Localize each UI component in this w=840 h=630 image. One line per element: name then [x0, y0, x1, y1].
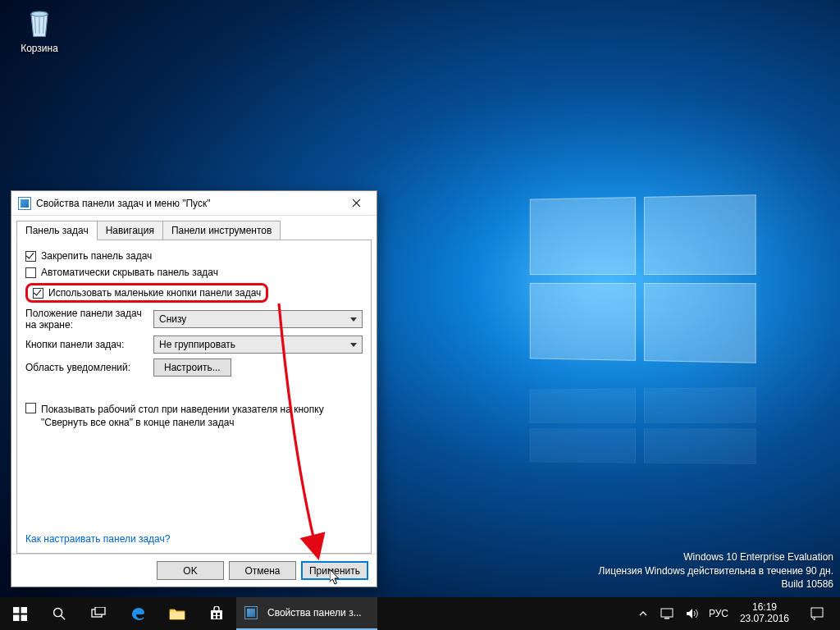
file-explorer-button[interactable] [158, 597, 197, 630]
edge-button[interactable] [118, 597, 158, 630]
task-view-button[interactable] [79, 597, 118, 630]
cancel-button[interactable]: Отмена [229, 561, 296, 580]
svg-rect-8 [95, 607, 105, 614]
highlight-small-buttons: Использовать маленькие кнопки панели зад… [25, 283, 268, 303]
lbl-peek-desktop: Показывать рабочий стол при наведении ук… [41, 403, 363, 429]
network-icon[interactable] [660, 605, 676, 622]
language-indicator[interactable]: РУС [709, 605, 728, 622]
dialog-titlebar[interactable]: Свойства панели задач и меню "Пуск" [11, 191, 377, 216]
svg-rect-13 [213, 616, 216, 619]
chk-autohide-taskbar[interactable] [25, 267, 36, 278]
select-taskbar-position-value: Снизу [159, 313, 186, 325]
dialog-icon [18, 197, 31, 210]
select-taskbar-buttons-value: Не группировать [159, 339, 235, 350]
chk-peek-desktop[interactable] [25, 403, 36, 413]
start-button[interactable] [0, 597, 39, 630]
svg-rect-15 [661, 609, 673, 617]
lbl-autohide-taskbar: Автоматически скрывать панель задач [41, 267, 218, 278]
apply-button[interactable]: Применить [301, 561, 368, 580]
svg-point-5 [53, 608, 62, 616]
dialog-title: Свойства панели задач и меню "Пуск" [36, 198, 339, 209]
taskbar-clock[interactable]: 16:19 23.07.2016 [737, 602, 792, 625]
tab-navigation[interactable]: Навигация [97, 221, 163, 240]
watermark-line3: Build 10586 [599, 578, 833, 591]
help-link[interactable]: Как настраивать панели задач? [25, 533, 170, 545]
dialog-button-row: OK Отмена Применить [11, 554, 377, 587]
ok-button[interactable]: OK [157, 561, 224, 580]
clock-date: 23.07.2016 [740, 614, 789, 625]
recycle-bin-icon[interactable]: Корзина [16, 5, 62, 54]
action-center-button[interactable] [801, 597, 833, 630]
svg-rect-4 [21, 614, 26, 620]
taskbar-running-app[interactable]: Свойства панели з... [236, 597, 377, 630]
store-button[interactable] [197, 597, 236, 630]
windows-logo-reflection [530, 387, 756, 464]
lbl-small-buttons: Использовать маленькие кнопки панели зад… [48, 287, 261, 299]
svg-rect-2 [21, 607, 26, 613]
chevron-down-icon [350, 317, 357, 322]
windows-logo-graphic [530, 194, 756, 363]
lbl-notification-area: Область уведомлений: [25, 362, 148, 373]
running-app-label: Свойства панели з... [267, 607, 362, 619]
lbl-lock-taskbar: Закрепить панель задач [41, 250, 152, 262]
search-button[interactable] [39, 597, 79, 630]
svg-rect-11 [213, 613, 216, 615]
btn-customize-notifications[interactable]: Настроить... [153, 358, 231, 377]
tray-chevron-icon[interactable] [635, 605, 651, 622]
watermark-line2: Лицензия Windows действительна в течение… [599, 564, 833, 578]
svg-rect-10 [211, 610, 222, 619]
tab-panel-taskbar: Закрепить панель задач Автоматически скр… [16, 240, 372, 554]
clock-time: 16:19 [740, 602, 789, 614]
svg-rect-16 [664, 618, 669, 619]
svg-rect-17 [811, 608, 823, 617]
svg-rect-1 [13, 607, 19, 613]
dialog-tabs: Панель задач Навигация Панели инструмент… [11, 216, 377, 240]
running-app-icon [244, 606, 258, 619]
tab-toolbars[interactable]: Панели инструментов [162, 221, 281, 240]
watermark-line1: Windows 10 Enterprise Evaluation [599, 550, 833, 564]
recycle-bin-label: Корзина [16, 43, 62, 54]
chk-small-buttons[interactable] [33, 288, 43, 299]
svg-point-0 [31, 11, 48, 16]
chk-lock-taskbar[interactable] [25, 251, 36, 262]
volume-icon[interactable] [684, 605, 701, 622]
windows-watermark: Windows 10 Enterprise Evaluation Лицензи… [599, 550, 833, 591]
svg-rect-14 [217, 616, 220, 619]
taskbar: Свойства панели з... РУС 16:19 23.07.201… [0, 597, 840, 630]
select-taskbar-buttons[interactable]: Не группировать [153, 336, 363, 354]
svg-rect-9 [170, 612, 185, 619]
close-button[interactable] [339, 192, 373, 215]
svg-rect-12 [217, 613, 220, 615]
system-tray: РУС 16:19 23.07.2016 [628, 597, 840, 630]
chevron-down-icon [350, 343, 357, 347]
select-taskbar-position[interactable]: Снизу [153, 310, 363, 328]
svg-line-6 [61, 615, 65, 619]
tab-taskbar[interactable]: Панель задач [16, 221, 98, 240]
svg-rect-3 [13, 614, 19, 620]
lbl-taskbar-buttons: Кнопки панели задач: [25, 339, 148, 350]
lbl-taskbar-position: Положение панели задач на экране: [25, 308, 148, 331]
taskbar-properties-dialog: Свойства панели задач и меню "Пуск" Пане… [11, 190, 377, 587]
